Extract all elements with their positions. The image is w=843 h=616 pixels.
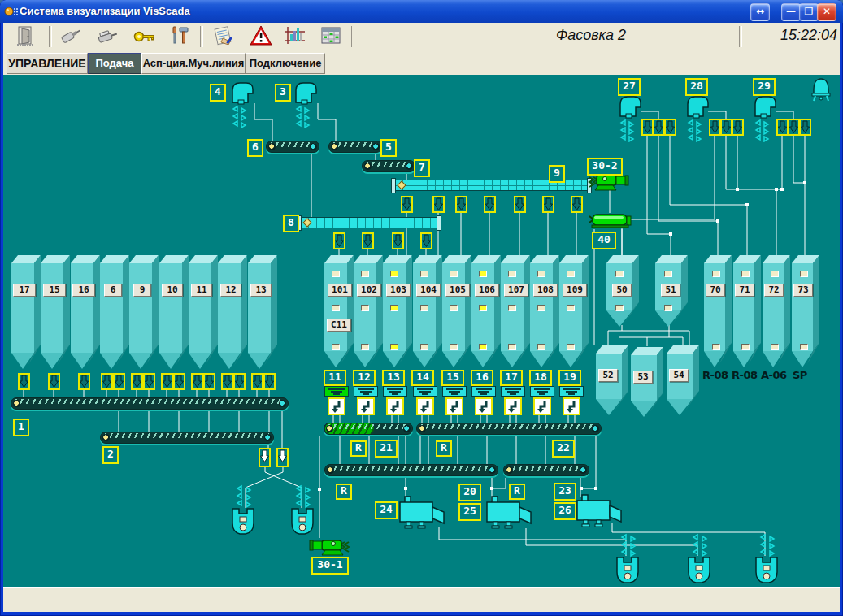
tag-label-20[interactable]: 20 [458,484,481,501]
tag-label-9[interactable]: 9 [549,165,565,183]
slide-valve-arrow-icon[interactable] [542,196,554,213]
slide-valve-arrow-icon[interactable] [799,119,811,136]
tag-label-30-2[interactable]: 30-2 [587,158,623,176]
packing-machine[interactable] [398,494,447,531]
tag-label-11[interactable]: 11 [324,370,346,386]
slide-valve-arrow-icon[interactable] [18,373,30,390]
tag-label-1[interactable]: 1 [13,419,29,436]
slide-valve-arrow-icon[interactable] [333,232,345,249]
feeder-indicator[interactable] [383,386,407,397]
diverter-switch-icon[interactable] [386,397,404,415]
slide-valve-arrow-icon[interactable] [161,373,173,390]
tag-label-2[interactable]: 2 [102,446,119,464]
packing-machine[interactable] [576,492,624,530]
cyclone-separator[interactable] [615,533,642,587]
slide-valve-arrow-icon[interactable] [191,373,203,390]
slide-valve-arrow-icon[interactable] [78,373,90,390]
tag-label-6[interactable]: 6 [247,139,263,157]
slide-valve-arrow-icon[interactable] [776,119,789,136]
alarm-bell-icon[interactable] [808,77,834,103]
vertical-gate-valve-icon[interactable] [259,448,271,467]
feeder-indicator[interactable] [442,386,467,397]
tag-label-25[interactable]: 25 [458,503,481,521]
tag-label-15[interactable]: 15 [441,370,464,386]
tag-label-17[interactable]: 17 [500,370,523,386]
tag-label-R[interactable]: R [336,484,352,500]
tag-label-R[interactable]: R [509,484,525,500]
slide-valve-arrow-icon[interactable] [221,373,233,390]
filter-unit[interactable] [294,81,319,128]
slide-valve-arrow-icon[interactable] [484,196,496,213]
slide-valve-arrow-icon[interactable] [233,373,246,390]
feeder-indicator[interactable] [559,386,584,397]
diverter-switch-icon[interactable] [445,397,463,415]
tag-label-19[interactable]: 19 [558,370,581,386]
vertical-gate-valve-icon[interactable] [276,448,289,467]
tag-label-18[interactable]: 18 [529,370,552,386]
slide-valve-arrow-icon[interactable] [571,196,583,213]
screw-feeder-device[interactable] [588,211,633,234]
tag-label-5[interactable]: 5 [380,139,397,157]
feeder-indicator[interactable] [501,386,525,397]
filter-unit[interactable] [619,95,643,142]
slide-valve-arrow-icon[interactable] [143,373,155,390]
tag-label-23[interactable]: 23 [554,483,576,501]
slide-valve-arrow-icon[interactable] [653,119,665,136]
slide-valve-arrow-icon[interactable] [732,119,744,136]
slide-valve-arrow-icon[interactable] [788,119,800,136]
tag-label-8[interactable]: 8 [283,215,299,232]
diverter-switch-icon[interactable] [357,397,375,415]
tag-label-R[interactable]: R [436,440,452,457]
slide-valve-arrow-icon[interactable] [101,373,113,390]
feeder-indicator[interactable] [413,386,437,397]
slide-valve-arrow-icon[interactable] [432,196,445,213]
tag-label-40[interactable]: 40 [592,232,616,249]
belt-conveyor[interactable] [11,397,289,410]
slide-valve-arrow-icon[interactable] [514,196,526,213]
slide-valve-arrow-icon[interactable] [455,196,467,213]
filter-unit[interactable] [754,95,778,142]
belt-conveyor[interactable] [100,432,274,444]
filter-unit[interactable] [686,95,710,142]
blower-device[interactable] [307,536,353,558]
slide-valve-arrow-icon[interactable] [173,373,185,390]
feeder-indicator[interactable] [471,386,496,397]
tag-label-29[interactable]: 29 [753,78,776,96]
cyclone-separator[interactable] [289,484,317,538]
feeder-indicator[interactable] [354,386,378,397]
slide-valve-arrow-icon[interactable] [48,373,60,390]
slide-valve-arrow-icon[interactable] [362,232,374,249]
slide-valve-arrow-icon[interactable] [401,196,413,213]
cyclone-separator[interactable] [230,484,258,538]
diverter-switch-icon[interactable] [416,397,434,415]
tag-label-27[interactable]: 27 [618,78,641,96]
diverter-switch-icon[interactable] [475,397,493,415]
tag-label-7[interactable]: 7 [414,159,430,177]
belt-conveyor[interactable] [503,464,589,476]
slide-valve-arrow-icon[interactable] [420,232,432,249]
belt-conveyor[interactable] [328,141,382,153]
tag-label-22[interactable]: 22 [552,440,575,458]
slide-valve-arrow-icon[interactable] [709,119,721,136]
tag-label-26[interactable]: 26 [554,502,576,520]
tag-label-12[interactable]: 12 [353,370,376,386]
slide-valve-arrow-icon[interactable] [263,373,276,390]
belt-conveyor[interactable] [362,160,415,172]
belt-conveyor[interactable] [324,423,413,435]
slide-valve-arrow-icon[interactable] [392,232,404,249]
tag-label-16[interactable]: 16 [471,370,493,386]
tag-label-3[interactable]: 3 [275,84,291,102]
filter-unit[interactable] [231,81,255,128]
diverter-switch-icon[interactable] [563,397,580,415]
tag-label-4[interactable]: 4 [210,84,226,102]
tag-label-R[interactable]: R [350,440,367,457]
tag-label-21[interactable]: 21 [375,440,398,458]
slide-valve-arrow-icon[interactable] [203,373,215,390]
tag-label-28[interactable]: 28 [685,78,708,96]
belt-conveyor[interactable] [324,464,498,476]
slide-valve-arrow-icon[interactable] [641,119,654,136]
screw-conveyor[interactable] [300,217,438,228]
tag-label-30-1[interactable]: 30-1 [311,557,349,575]
diverter-switch-icon[interactable] [504,397,522,415]
cyclone-separator[interactable] [754,533,781,587]
